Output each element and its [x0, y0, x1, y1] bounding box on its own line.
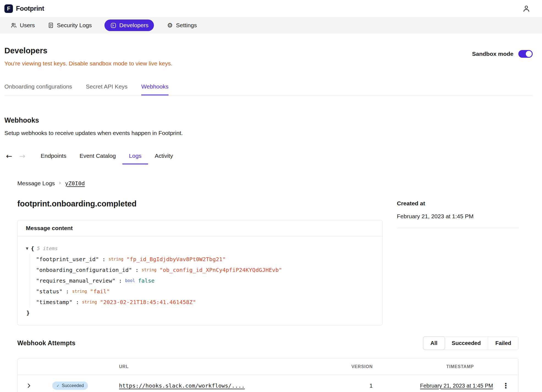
column-header-version: VERSION — [334, 364, 378, 369]
version-value: 1 — [369, 382, 373, 389]
tab-event-catalog[interactable]: Event Catalog — [73, 153, 122, 159]
status-badge: ✓ Succeeded — [52, 382, 88, 390]
footprint-logo[interactable]: F Footprint — [4, 4, 44, 13]
event-name: footprint.onboarding.completed — [17, 199, 383, 208]
sandbox-toggle[interactable] — [518, 50, 533, 58]
webhooks-subtitle: Setup webhooks to receive updates when e… — [4, 130, 533, 136]
kebab-menu-icon[interactable]: ⋮ — [502, 382, 509, 389]
json-close-brace: } — [26, 310, 30, 316]
json-field: "requires_manual_review" :boolfalse — [36, 275, 374, 286]
gear-icon: ⚙ — [167, 22, 173, 29]
filter-succeeded[interactable]: Succeeded — [445, 337, 488, 350]
json-items-count: 5 items — [37, 245, 58, 251]
attempts-filter-segmented-control: All Succeeded Failed — [423, 336, 519, 350]
nav-item-users[interactable]: Users — [10, 22, 35, 29]
tab-onboarding-configurations[interactable]: Onboarding configurations — [4, 83, 72, 95]
brand-name: Footprint — [16, 5, 44, 12]
column-header-timestamp: TIMESTAMP — [378, 364, 493, 369]
table-header: URL VERSION TIMESTAMP — [18, 358, 518, 375]
created-at-value: February 21, 2023 at 1:45 PM — [397, 213, 519, 220]
json-field: "onboarding_configuration_id" :string"ob… — [36, 264, 374, 275]
created-at-panel: Created at February 21, 2023 at 1:45 PM — [397, 199, 519, 228]
tab-endpoints[interactable]: Endpoints — [34, 153, 73, 159]
collapse-triangle-icon[interactable]: ▼ — [26, 247, 28, 250]
top-bar: F Footprint — [0, 0, 542, 17]
webhooks-subnav: ← → Endpoints Event Catalog Logs Activit… — [4, 151, 533, 161]
document-icon — [48, 22, 54, 29]
footprint-logo-icon: F — [4, 4, 13, 13]
page-content: Developers You're viewing test keys. Dis… — [0, 46, 542, 392]
breadcrumb-message-logs[interactable]: Message Logs — [17, 180, 55, 187]
breadcrumb-log-id[interactable]: yZ0I0d — [65, 180, 85, 187]
webhook-url-link[interactable]: https://hooks.slack.com/workflows/.... — [119, 382, 245, 389]
nav-label: Users — [20, 22, 35, 29]
message-json-viewer: ▼ { 5 items "footprint_user_id" :string"… — [18, 236, 382, 325]
filter-all[interactable]: All — [423, 336, 445, 350]
page-title: Developers — [4, 46, 172, 55]
status-badge-label: Succeeded — [62, 383, 84, 388]
toggle-knob — [526, 51, 532, 57]
timestamp-link[interactable]: February 21, 2023 at 1:45 PM — [420, 383, 493, 389]
nav-label: Security Logs — [57, 22, 92, 29]
nav-item-settings[interactable]: ⚙ Settings — [167, 22, 197, 29]
webhook-attempts-title: Webhook Attempts — [17, 339, 75, 347]
check-icon: ✓ — [56, 383, 60, 388]
divider — [397, 228, 519, 228]
json-field: "timestamp" :string"2023-02-21T18:45:41.… — [36, 297, 374, 307]
tab-logs[interactable]: Logs — [122, 153, 148, 159]
code-terminal-icon — [110, 22, 117, 29]
json-field: "status" :string"fail" — [36, 286, 374, 297]
nav-item-developers[interactable]: Developers — [104, 20, 154, 31]
expand-row-chevron-icon[interactable] — [26, 383, 32, 389]
column-header-url: URL — [112, 364, 334, 369]
main-nav: Users Security Logs Developers ⚙ Setting… — [0, 17, 542, 34]
breadcrumb: Message Logs › yZ0I0d — [17, 180, 519, 187]
log-detail: Message Logs › yZ0I0d footprint.onboardi… — [17, 180, 519, 392]
developer-tabs: Onboarding configurations Secret API Key… — [4, 83, 533, 95]
tab-activity[interactable]: Activity — [148, 153, 180, 159]
tab-webhooks[interactable]: Webhooks — [141, 83, 168, 95]
account-icon[interactable] — [522, 4, 530, 13]
back-arrow-icon[interactable]: ← — [4, 151, 14, 161]
sandbox-warning-text: You're viewing test keys. Disable sandbo… — [4, 60, 172, 67]
json-fields: "footprint_user_id" :string"fp_id_BgIdjd… — [29, 254, 374, 307]
attempts-table: URL VERSION TIMESTAMP ✓ Succeeded — [17, 358, 519, 392]
filter-failed[interactable]: Failed — [488, 337, 518, 350]
nav-label: Developers — [119, 22, 148, 29]
users-icon — [10, 22, 17, 29]
forward-arrow-icon[interactable]: → — [18, 151, 27, 161]
json-open-brace: { — [31, 245, 34, 252]
json-field: "footprint_user_id" :string"fp_id_BgIdjd… — [36, 254, 374, 264]
sandbox-mode-label: Sandbox mode — [472, 51, 513, 57]
nav-item-security-logs[interactable]: Security Logs — [48, 22, 92, 29]
message-content-card: Message content ▼ { 5 items "footprint_u… — [17, 220, 383, 325]
nav-label: Settings — [176, 22, 197, 29]
breadcrumb-chevron-icon: › — [59, 180, 61, 187]
webhooks-title: Webhooks — [4, 116, 533, 124]
created-at-label: Created at — [397, 200, 519, 207]
table-row: ✓ Succeeded https://hooks.slack.com/work… — [18, 375, 518, 392]
tab-secret-api-keys[interactable]: Secret API Keys — [86, 83, 128, 95]
message-content-title: Message content — [18, 220, 382, 236]
